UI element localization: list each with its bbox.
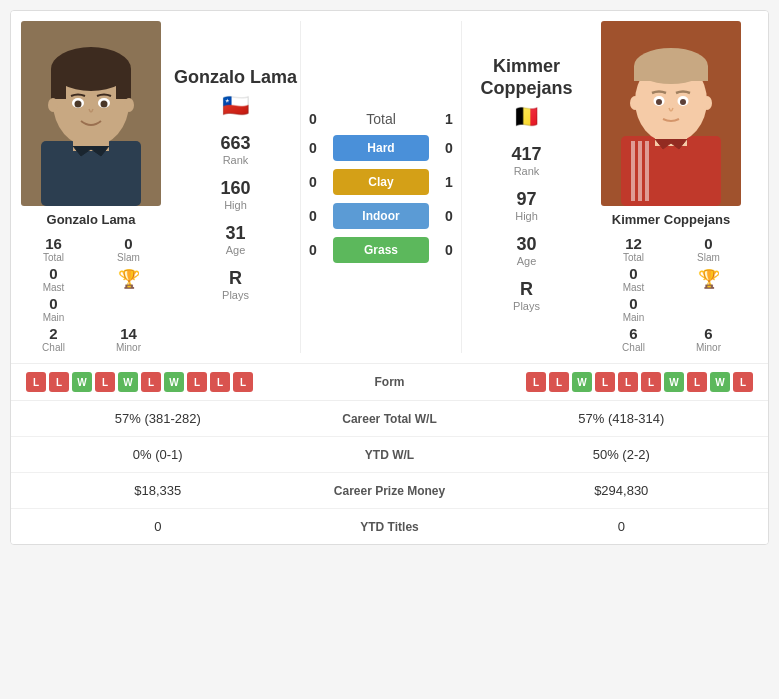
- trophy-icon-right: 🏆: [698, 268, 720, 290]
- stat-minor-right: 6 Minor: [676, 325, 741, 353]
- form-badge-left: L: [95, 372, 115, 392]
- stats-row: 0% (0-1) YTD W/L 50% (2-2): [11, 437, 768, 473]
- player-left: Gonzalo Lama 16 Total 0 Slam 0 Mast 🏆: [11, 21, 171, 353]
- stats-right-val: 57% (418-314): [490, 411, 754, 426]
- stat-total-right: 12 Total: [601, 235, 666, 263]
- main-card: Gonzalo Lama 16 Total 0 Slam 0 Mast 🏆: [10, 10, 769, 545]
- player-photo-right: [601, 21, 741, 206]
- form-label: Form: [330, 375, 450, 389]
- stats-row: 0 YTD Titles 0: [11, 509, 768, 544]
- svg-rect-17: [645, 141, 649, 201]
- center-plays-right: R Plays: [513, 279, 540, 312]
- center-plays-left: R Plays: [222, 268, 249, 301]
- stat-total-left: 16 Total: [21, 235, 86, 263]
- form-badge-left: L: [26, 372, 46, 392]
- stats-left-val: 57% (381-282): [26, 411, 290, 426]
- stat-mast-right: 0 Mast: [601, 265, 666, 293]
- player-name-left: Gonzalo Lama: [47, 212, 136, 227]
- center-high-right: 97 High: [515, 189, 538, 222]
- flag-right: 🇧🇪: [513, 104, 540, 130]
- indoor-button[interactable]: Indoor: [333, 203, 429, 229]
- svg-rect-21: [634, 66, 708, 81]
- svg-point-10: [101, 101, 108, 108]
- right-center-panel: Kimmer Coppejans 🇧🇪 417 Rank 97 High 30 …: [461, 21, 591, 353]
- clay-button[interactable]: Clay: [333, 169, 429, 195]
- stat-chall-right: 6 Chall: [601, 325, 666, 353]
- h2h-indoor-row: 0 Indoor 0: [301, 203, 461, 229]
- center-rank-right: 417 Rank: [511, 144, 541, 177]
- form-badge-left: L: [187, 372, 207, 392]
- center-high-left: 160 High: [220, 178, 250, 211]
- form-badge-left: L: [49, 372, 69, 392]
- stats-right-val: $294,830: [490, 483, 754, 498]
- svg-point-27: [702, 96, 712, 110]
- h2h-hard-row: 0 Hard 0: [301, 135, 461, 161]
- svg-rect-6: [116, 69, 131, 99]
- players-section: Gonzalo Lama 16 Total 0 Slam 0 Mast 🏆: [11, 11, 768, 363]
- h2h-grass-row: 0 Grass 0: [301, 237, 461, 263]
- left-center-panel: Gonzalo Lama 🇨🇱 663 Rank 160 High 31 Age…: [171, 21, 301, 353]
- stats-right-val: 0: [490, 519, 754, 534]
- trophy-icon-left: 🏆: [118, 268, 140, 290]
- grass-button[interactable]: Grass: [333, 237, 429, 263]
- form-badge-left: L: [233, 372, 253, 392]
- stats-center-label: YTD Titles: [290, 520, 490, 534]
- form-badge-left: L: [210, 372, 230, 392]
- stats-center-label: YTD W/L: [290, 448, 490, 462]
- form-badge-left: W: [164, 372, 184, 392]
- form-badge-right: W: [664, 372, 684, 392]
- form-badge-left: W: [118, 372, 138, 392]
- player-stats-left: 16 Total 0 Slam 0 Mast 🏆 0 Main: [21, 235, 161, 353]
- stats-row: $18,335 Career Prize Money $294,830: [11, 473, 768, 509]
- svg-point-12: [124, 98, 134, 112]
- stats-right-val: 50% (2-2): [490, 447, 754, 462]
- stats-left-val: 0% (0-1): [26, 447, 290, 462]
- center-age-right: 30 Age: [516, 234, 536, 267]
- stats-table: 57% (381-282) Career Total W/L 57% (418-…: [11, 400, 768, 544]
- player-title-right: Kimmer Coppejans: [462, 56, 591, 99]
- hard-button[interactable]: Hard: [333, 135, 429, 161]
- form-badge-right: L: [549, 372, 569, 392]
- svg-point-26: [630, 96, 640, 110]
- form-badges-right: LLWLLLWLWL: [450, 372, 754, 392]
- stat-main-right: 0 Main: [601, 295, 666, 323]
- player-name-right: Kimmer Coppejans: [612, 212, 730, 227]
- center-age-left: 31 Age: [225, 223, 245, 256]
- stat-chall-left: 2 Chall: [21, 325, 86, 353]
- player-right: Kimmer Coppejans 12 Total 0 Slam 0 Mast …: [591, 21, 751, 353]
- stat-slam-left: 0 Slam: [96, 235, 161, 263]
- form-badge-right: W: [710, 372, 730, 392]
- svg-point-11: [48, 98, 58, 112]
- player-title-left: Gonzalo Lama: [174, 67, 297, 89]
- stat-mast-left: 0 Mast: [21, 265, 86, 293]
- form-badge-left: W: [72, 372, 92, 392]
- form-badge-right: W: [572, 372, 592, 392]
- form-badge-right: L: [641, 372, 661, 392]
- form-badge-right: L: [687, 372, 707, 392]
- svg-rect-16: [638, 141, 642, 201]
- svg-rect-5: [51, 69, 66, 99]
- form-badge-right: L: [526, 372, 546, 392]
- form-badge-right: L: [618, 372, 638, 392]
- form-badges-left: LLWLWLWLLL: [26, 372, 330, 392]
- h2h-total-row: 0 Total 1: [301, 111, 461, 127]
- stat-main-left: 0 Main: [21, 295, 86, 323]
- stats-center-label: Career Total W/L: [290, 412, 490, 426]
- form-badge-right: L: [733, 372, 753, 392]
- stats-center-label: Career Prize Money: [290, 484, 490, 498]
- svg-rect-14: [621, 136, 721, 206]
- svg-point-24: [656, 99, 662, 105]
- form-badge-right: L: [595, 372, 615, 392]
- player-photo-left: [21, 21, 161, 206]
- svg-point-9: [75, 101, 82, 108]
- stat-minor-left: 14 Minor: [96, 325, 161, 353]
- stats-left-val: 0: [26, 519, 290, 534]
- form-badge-left: L: [141, 372, 161, 392]
- svg-rect-15: [631, 141, 635, 201]
- stats-left-val: $18,335: [26, 483, 290, 498]
- flag-left: 🇨🇱: [222, 93, 249, 119]
- form-section: LLWLWLWLLL Form LLWLLLWLWL: [11, 363, 768, 400]
- player-stats-right: 12 Total 0 Slam 0 Mast 🏆 0 Main: [601, 235, 741, 353]
- h2h-clay-row: 0 Clay 1: [301, 169, 461, 195]
- svg-point-25: [680, 99, 686, 105]
